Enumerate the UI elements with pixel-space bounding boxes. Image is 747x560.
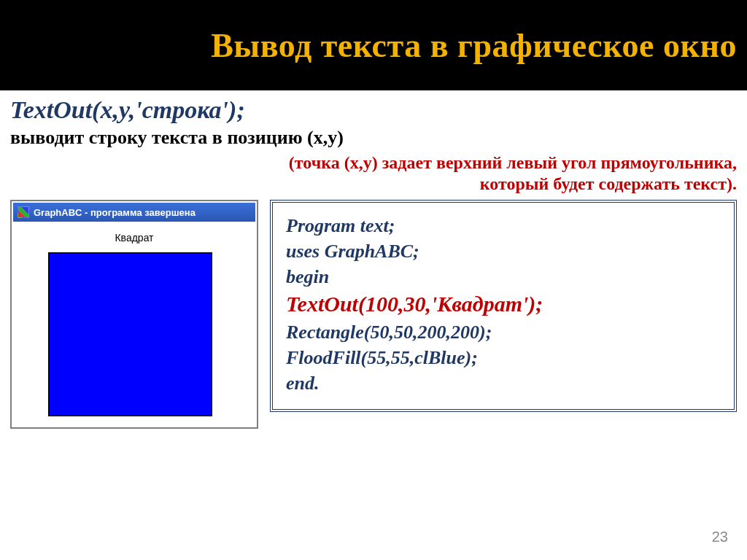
hint-line-2: который будет содержать текст).: [10, 174, 737, 194]
window-canvas: Квадрат: [13, 222, 255, 426]
title-band: Вывод текста в графическое окно: [0, 0, 747, 90]
window-title-text: GraphABC - программа завершена: [34, 207, 196, 218]
app-icon: [18, 206, 29, 218]
content-area: TextOut(x,y,'строка'); выводит строку те…: [0, 90, 747, 429]
drawn-square: [48, 252, 212, 416]
code-line-5: Rectangle(50,50,200,200);: [286, 319, 721, 345]
code-line-4-highlight: TextOut(100,30,'Квадрат');: [286, 289, 721, 319]
code-box: Program text; uses GraphABC; begin TextO…: [270, 200, 737, 412]
code-line-3: begin: [286, 264, 721, 289]
code-line-1: Program text;: [286, 213, 721, 238]
output-window: GraphABC - программа завершена Квадрат: [10, 200, 258, 429]
description-line: выводит строку текста в позицию (x,y): [10, 127, 737, 149]
drawn-text-label: Квадрат: [115, 232, 153, 244]
code-line-2: uses GraphABC;: [286, 238, 721, 264]
code-line-7: end.: [286, 370, 721, 396]
hint-line-1: (точка (x,y) задает верхний левый угол п…: [10, 153, 737, 173]
window-titlebar: GraphABC - программа завершена: [13, 203, 255, 222]
page-number: 23: [712, 529, 728, 545]
slide-title: Вывод текста в графическое окно: [211, 26, 737, 65]
code-line-6: FloodFill(55,55,clBlue);: [286, 345, 721, 370]
syntax-line: TextOut(x,y,'строка');: [10, 96, 737, 124]
two-column-row: GraphABC - программа завершена Квадрат P…: [10, 200, 737, 429]
